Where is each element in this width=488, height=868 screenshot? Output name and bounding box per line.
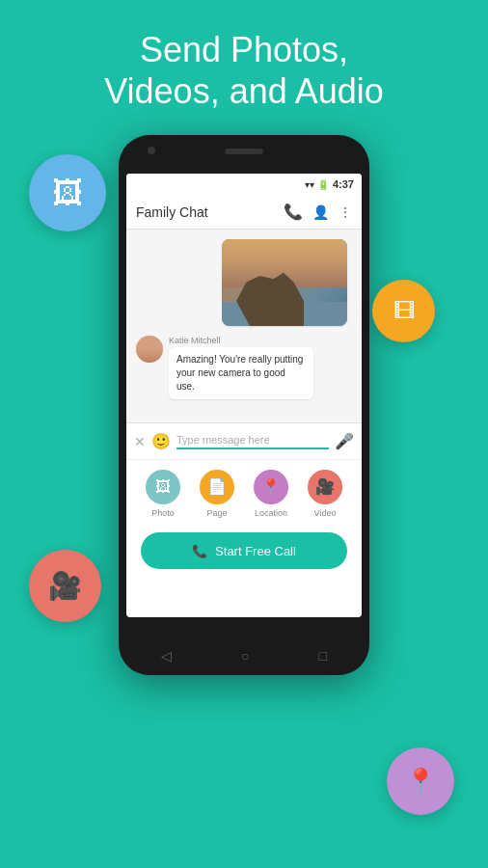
phone-navbar: ◁ ○ □ bbox=[126, 637, 362, 675]
message-content: Katie Mitchell Amazing! You're really pu… bbox=[169, 336, 352, 399]
call-icon[interactable]: 📞 bbox=[284, 203, 303, 221]
attach-page-item[interactable]: 📄 Page bbox=[200, 470, 234, 518]
floating-location-icon: 📍 bbox=[405, 767, 436, 797]
message-input[interactable]: Type message here bbox=[176, 434, 329, 449]
close-icon[interactable]: ✕ bbox=[134, 434, 146, 449]
attach-photo-item[interactable]: 🖼 Photo bbox=[146, 470, 180, 518]
attach-video-item[interactable]: 🎥 Video bbox=[308, 470, 342, 518]
photo-message-bubble bbox=[222, 239, 347, 326]
floating-location-circle: 📍 bbox=[387, 747, 454, 815]
call-phone-icon: 📞 bbox=[192, 544, 207, 558]
page-attach-icon: 📄 bbox=[207, 477, 227, 496]
attach-video-circle[interactable]: 🎥 bbox=[308, 470, 342, 504]
attach-location-circle[interactable]: 📍 bbox=[254, 470, 288, 504]
photo-attach-icon: 🖼 bbox=[155, 478, 171, 496]
text-message-row: Katie Mitchell Amazing! You're really pu… bbox=[136, 336, 352, 399]
app-bar: Family Chat 📞 👤 ⋮ bbox=[126, 195, 362, 230]
sender-avatar bbox=[136, 336, 163, 363]
phone-camera bbox=[148, 147, 155, 154]
floating-card-icon: 🎞 bbox=[393, 299, 415, 324]
call-button-label: Start Free Call bbox=[215, 544, 296, 558]
attach-photo-circle[interactable]: 🖼 bbox=[146, 470, 180, 504]
more-icon[interactable]: ⋮ bbox=[339, 204, 352, 220]
floating-video-circle: 🎥 bbox=[29, 550, 101, 622]
phone-screen: ▾▾ 🔋 4:37 Family Chat 📞 👤 ⋮ bbox=[126, 174, 362, 617]
photo-message-image bbox=[222, 239, 347, 326]
attach-location-label: Location bbox=[255, 508, 287, 518]
video-attach-icon: 🎥 bbox=[315, 477, 335, 496]
home-button[interactable]: ○ bbox=[241, 648, 249, 664]
attach-page-circle[interactable]: 📄 bbox=[200, 470, 234, 504]
call-button-bar: 📞 Start Free Call bbox=[126, 527, 362, 577]
start-free-call-button[interactable]: 📞 Start Free Call bbox=[141, 532, 347, 569]
battery-icon: 🔋 bbox=[317, 179, 329, 190]
wifi-icon: ▾▾ bbox=[305, 179, 314, 190]
floating-video-icon: 🎥 bbox=[48, 570, 82, 602]
emoji-icon[interactable]: 🙂 bbox=[151, 432, 171, 450]
status-bar: ▾▾ 🔋 4:37 bbox=[126, 174, 362, 195]
header-line1: Send Photos, bbox=[0, 29, 488, 70]
status-time: 4:37 bbox=[333, 178, 354, 190]
location-attach-icon: 📍 bbox=[261, 477, 281, 496]
app-bar-actions: 📞 👤 ⋮ bbox=[284, 203, 352, 221]
attach-photo-label: Photo bbox=[151, 508, 175, 518]
chat-area: Katie Mitchell Amazing! You're really pu… bbox=[126, 230, 362, 422]
header-line2: Videos, and Audio bbox=[0, 70, 488, 112]
header-section: Send Photos, Videos, and Audio bbox=[0, 0, 488, 131]
message-bubble: Amazing! You're really putting your new … bbox=[169, 347, 313, 399]
person-icon[interactable]: 👤 bbox=[312, 204, 329, 220]
phone-speaker bbox=[225, 149, 263, 154]
header-text: Send Photos, Videos, and Audio bbox=[0, 0, 488, 131]
microphone-icon[interactable]: 🎤 bbox=[335, 432, 354, 450]
attach-video-label: Video bbox=[314, 508, 337, 518]
floating-photo-icon: 🖼 bbox=[52, 176, 83, 211]
chat-title: Family Chat bbox=[136, 204, 284, 220]
attach-page-label: Page bbox=[206, 508, 227, 518]
back-button[interactable]: ◁ bbox=[161, 648, 172, 664]
recents-button[interactable]: □ bbox=[319, 648, 327, 664]
status-icons: ▾▾ 🔋 bbox=[305, 179, 329, 190]
attachment-options-row: 🖼 Photo 📄 Page 📍 Location bbox=[126, 459, 362, 527]
floating-card-circle: 🎞 bbox=[372, 280, 435, 342]
message-input-bar[interactable]: ✕ 🙂 Type message here 🎤 bbox=[126, 422, 362, 459]
phone-device: ▾▾ 🔋 4:37 Family Chat 📞 👤 ⋮ bbox=[119, 135, 369, 675]
floating-photo-circle: 🖼 bbox=[29, 154, 106, 231]
sender-name: Katie Mitchell bbox=[169, 336, 352, 345]
attach-location-item[interactable]: 📍 Location bbox=[254, 470, 288, 518]
